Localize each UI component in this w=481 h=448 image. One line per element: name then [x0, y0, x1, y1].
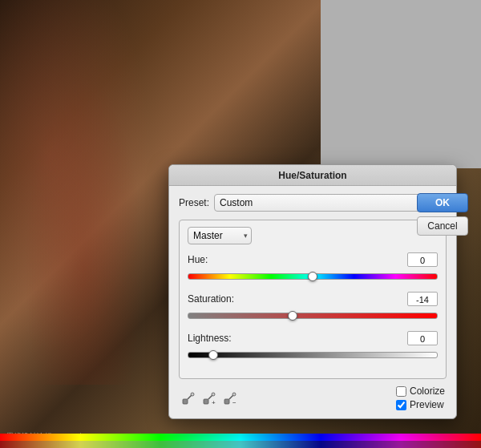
- colorize-label: Colorize: [410, 385, 445, 397]
- saturation-label: Saturation:: [188, 293, 407, 305]
- colorize-checkbox[interactable]: [396, 386, 406, 397]
- preset-row: Preset: Custom ▾ ⋮: [179, 194, 447, 212]
- svg-rect-7: [224, 399, 229, 404]
- lightness-slider-row: Lightness: 0: [188, 331, 438, 362]
- light-track-container: [188, 348, 438, 362]
- svg-point-2: [191, 393, 194, 396]
- color-bar-bottom: [0, 441, 481, 448]
- color-bar-top: [0, 434, 481, 441]
- channel-select[interactable]: Master: [188, 227, 252, 244]
- gray-overlay: [321, 0, 481, 168]
- figure-overlay: [0, 0, 168, 385]
- ok-button[interactable]: OK: [417, 193, 468, 212]
- channel-row: Master ▾: [188, 227, 438, 244]
- hue-slider-row: Hue: 0: [188, 252, 438, 284]
- lightness-thumb[interactable]: [208, 350, 218, 360]
- sample-icon: [181, 391, 196, 406]
- preview-label: Preview: [410, 399, 444, 410]
- light-row-top: Lightness: 0: [188, 331, 438, 345]
- sat-track-container: [188, 309, 438, 323]
- remove-sample-icon: −: [223, 391, 237, 406]
- dialog-title: Hue/Saturation: [278, 170, 346, 181]
- dialog-titlebar: Hue/Saturation: [169, 165, 456, 186]
- preview-checkbox[interactable]: [396, 400, 406, 410]
- hue-label: Hue:: [188, 254, 407, 265]
- bottom-checkboxes: Colorize Preview: [396, 385, 445, 410]
- action-buttons: OK Cancel: [417, 193, 468, 236]
- add-sample-icon: +: [202, 391, 216, 406]
- add-sample-button[interactable]: +: [201, 390, 217, 406]
- colorize-checkbox-row[interactable]: Colorize: [396, 385, 445, 397]
- hue-track[interactable]: [188, 273, 438, 280]
- color-bars: [0, 434, 481, 448]
- preset-label: Preset:: [179, 197, 209, 208]
- sample-tool-button[interactable]: [180, 390, 196, 406]
- hue-saturation-dialog: Hue/Saturation Preset: Custom ▾ ⋮ Master: [168, 164, 457, 419]
- bottom-icons: + −: [180, 390, 238, 406]
- hue-track-container: [188, 269, 438, 284]
- cancel-button[interactable]: Cancel: [417, 216, 468, 236]
- svg-point-9: [232, 393, 236, 396]
- hue-value[interactable]: 0: [407, 252, 438, 267]
- lightness-label: Lightness:: [188, 333, 407, 344]
- preview-checkbox-row[interactable]: Preview: [396, 399, 444, 410]
- hue-row-top: Hue: 0: [188, 252, 438, 267]
- saturation-thumb[interactable]: [288, 311, 297, 321]
- dialog-body: Preset: Custom ▾ ⋮ Master ▾: [169, 186, 456, 418]
- preset-select-wrapper: Custom ▾: [214, 194, 426, 212]
- bottom-row: + − Colorize: [179, 385, 447, 410]
- svg-point-5: [212, 393, 215, 396]
- saturation-track[interactable]: [188, 313, 438, 319]
- lightness-track[interactable]: [188, 352, 438, 358]
- sat-row-top: Saturation: -14: [188, 292, 438, 306]
- svg-rect-0: [183, 399, 188, 404]
- saturation-value[interactable]: -14: [407, 292, 438, 306]
- hue-thumb[interactable]: [308, 272, 317, 281]
- lightness-value[interactable]: 0: [407, 331, 438, 345]
- svg-text:+: +: [212, 399, 216, 406]
- inner-panel: Master ▾ Hue: 0: [179, 220, 447, 379]
- svg-text:−: −: [232, 399, 236, 406]
- svg-rect-3: [204, 399, 208, 404]
- saturation-slider-row: Saturation: -14: [188, 292, 438, 323]
- remove-sample-button[interactable]: −: [222, 390, 238, 406]
- channel-select-wrapper: Master ▾: [188, 227, 252, 244]
- preset-select[interactable]: Custom: [214, 194, 426, 212]
